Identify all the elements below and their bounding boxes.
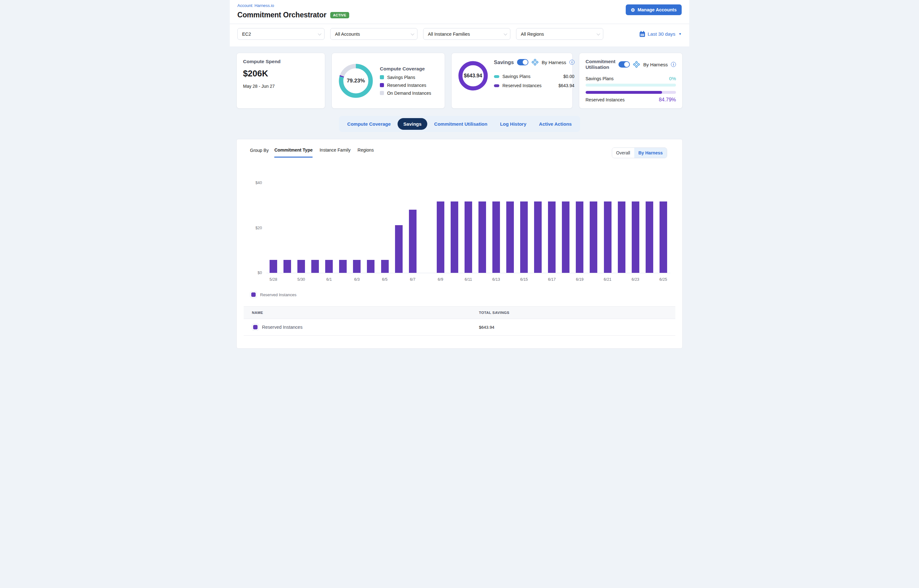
bar-6/21[interactable] bbox=[604, 202, 611, 273]
x-axis-tick-label: 6/11 bbox=[461, 277, 475, 282]
chart-legend-reserved-instances[interactable]: Reserved Instances bbox=[250, 291, 297, 298]
info-icon[interactable]: i bbox=[671, 62, 676, 67]
bar-6/11[interactable] bbox=[465, 202, 472, 273]
bar-slot bbox=[573, 178, 587, 273]
bar-6/1[interactable] bbox=[325, 260, 333, 273]
group-by-commitment-type[interactable]: Commitment Type bbox=[274, 147, 313, 158]
segment-by-harness[interactable]: By Harness bbox=[634, 148, 667, 158]
bar-5/29[interactable] bbox=[284, 260, 291, 273]
savings-title: Savings bbox=[494, 59, 514, 65]
tab-active-actions[interactable]: Active Actions bbox=[533, 118, 578, 130]
coverage-donut-center-value: 79.23% bbox=[338, 63, 374, 99]
savings-row-reserved-instances: Reserved Instances $643.94 bbox=[494, 83, 575, 88]
bar-slot bbox=[280, 178, 294, 273]
tab-compute-coverage[interactable]: Compute Coverage bbox=[342, 118, 397, 130]
x-axis-tick-label bbox=[615, 277, 629, 282]
bar-6/12[interactable] bbox=[478, 202, 486, 273]
compute-coverage-card: 79.23% Compute Coverage Savings Plans Re… bbox=[332, 53, 445, 109]
x-axis-tick-label bbox=[587, 277, 600, 282]
x-axis-tick-label bbox=[280, 277, 294, 282]
bar-6/10[interactable] bbox=[451, 202, 458, 273]
bar-6/16[interactable] bbox=[534, 202, 542, 273]
bar-6/14[interactable] bbox=[506, 202, 514, 273]
bar-slot bbox=[378, 178, 392, 273]
accounts-dropdown[interactable]: All Accounts bbox=[330, 28, 418, 40]
bar-6/17[interactable] bbox=[548, 202, 556, 273]
date-range-picker[interactable]: Last 30 days ▼ bbox=[640, 31, 682, 37]
x-axis-tick-label bbox=[503, 277, 517, 282]
bar-5/31[interactable] bbox=[311, 260, 319, 273]
utilisation-savings-plans-label: Savings Plans bbox=[585, 76, 614, 81]
bar-6/4[interactable] bbox=[367, 260, 374, 273]
manage-accounts-button[interactable]: ⚙ Manage Accounts bbox=[626, 5, 682, 15]
bar-6/3[interactable] bbox=[353, 260, 361, 273]
legend-label: On Demand Instances bbox=[387, 90, 431, 96]
account-link[interactable]: Account: Harness.io bbox=[237, 3, 349, 8]
chevron-down-icon bbox=[318, 32, 321, 35]
bar-6/19[interactable] bbox=[576, 202, 583, 273]
compute-spend-card: Compute Spend $206K May 28 - Jun 27 bbox=[237, 53, 325, 109]
bar-6/20[interactable] bbox=[590, 202, 597, 273]
service-dropdown[interactable]: EC2 bbox=[237, 28, 324, 40]
bar-slot bbox=[642, 178, 656, 273]
x-axis-tick-label: 5/30 bbox=[294, 277, 308, 282]
legend-checkbox[interactable] bbox=[250, 291, 257, 298]
bar-6/7[interactable] bbox=[409, 210, 417, 273]
page: Account: Harness.io Commitment Orchestra… bbox=[230, 0, 689, 349]
bar-6/24[interactable] bbox=[646, 202, 653, 273]
bar-6/9[interactable] bbox=[437, 202, 444, 273]
filter-bar: EC2 All Accounts All Instance Families A… bbox=[230, 24, 689, 47]
savings-row-label: Reserved Instances bbox=[502, 83, 542, 88]
reserved-instances-progress-bar bbox=[585, 91, 676, 94]
row-legend-checkbox bbox=[252, 324, 259, 331]
legend-label: Reserved Instances bbox=[387, 83, 426, 88]
legend-label: Savings Plans bbox=[387, 75, 415, 80]
summary-cards: Compute Spend $206K May 28 - Jun 27 79.2… bbox=[230, 47, 689, 109]
bar-5/30[interactable] bbox=[297, 260, 305, 273]
bar-6/5[interactable] bbox=[381, 260, 389, 273]
bar-6/13[interactable] bbox=[493, 202, 500, 273]
x-axis-tick-label: 6/23 bbox=[629, 277, 642, 282]
bar-6/6[interactable] bbox=[395, 225, 403, 273]
legend-swatch bbox=[253, 325, 258, 330]
table-row[interactable]: Reserved Instances $643.94 bbox=[244, 319, 675, 336]
regions-dropdown[interactable]: All Regions bbox=[516, 28, 603, 40]
main-tabs: Compute Coverage Savings Commitment Util… bbox=[339, 116, 580, 132]
tab-log-history[interactable]: Log History bbox=[494, 118, 532, 130]
compute-spend-value: $206K bbox=[243, 69, 319, 79]
bar-slot bbox=[308, 178, 322, 273]
savings-panel: Group By Commitment Type Instance Family… bbox=[237, 139, 682, 349]
bar-6/23[interactable] bbox=[632, 202, 639, 273]
bar-5/28[interactable] bbox=[269, 260, 277, 273]
tab-commitment-utilisation[interactable]: Commitment Utilisation bbox=[428, 118, 493, 130]
savings-plans-progress-bar bbox=[585, 84, 676, 87]
bar-slot bbox=[587, 178, 600, 273]
x-axis-tick-label bbox=[475, 277, 489, 282]
bar-6/18[interactable] bbox=[562, 202, 569, 273]
bar-slot bbox=[434, 178, 447, 273]
group-by-regions[interactable]: Regions bbox=[357, 147, 374, 157]
utilisation-by-harness-toggle[interactable] bbox=[618, 61, 630, 68]
caret-down-icon: ▼ bbox=[679, 32, 682, 36]
group-by-instance-family[interactable]: Instance Family bbox=[319, 147, 350, 157]
bar-6/2[interactable] bbox=[339, 260, 347, 273]
info-icon[interactable]: i bbox=[569, 60, 575, 65]
utilisation-reserved-instances-label: Reserved Instances bbox=[585, 97, 625, 102]
tab-savings[interactable]: Savings bbox=[397, 118, 427, 130]
bar-6/22[interactable] bbox=[618, 202, 626, 273]
bar-slot bbox=[350, 178, 364, 273]
coverage-donut-chart: 79.23% bbox=[338, 63, 374, 99]
x-axis-tick-label bbox=[559, 277, 573, 282]
x-axis-tick-label: 6/3 bbox=[350, 277, 364, 282]
y-axis-tick-label: $0 bbox=[250, 271, 262, 275]
segment-overall[interactable]: Overall bbox=[612, 148, 634, 158]
savings-card: $643.94 Savings bbox=[451, 53, 573, 109]
manage-accounts-label: Manage Accounts bbox=[637, 7, 677, 12]
instance-families-dropdown[interactable]: All Instance Families bbox=[423, 28, 511, 40]
x-axis-tick-label: 6/21 bbox=[601, 277, 615, 282]
x-axis-tick-label: 6/7 bbox=[406, 277, 420, 282]
bar-6/15[interactable] bbox=[520, 202, 528, 273]
savings-by-harness-toggle[interactable] bbox=[517, 59, 528, 65]
calendar-icon bbox=[640, 32, 645, 37]
bar-6/25[interactable] bbox=[660, 202, 667, 273]
